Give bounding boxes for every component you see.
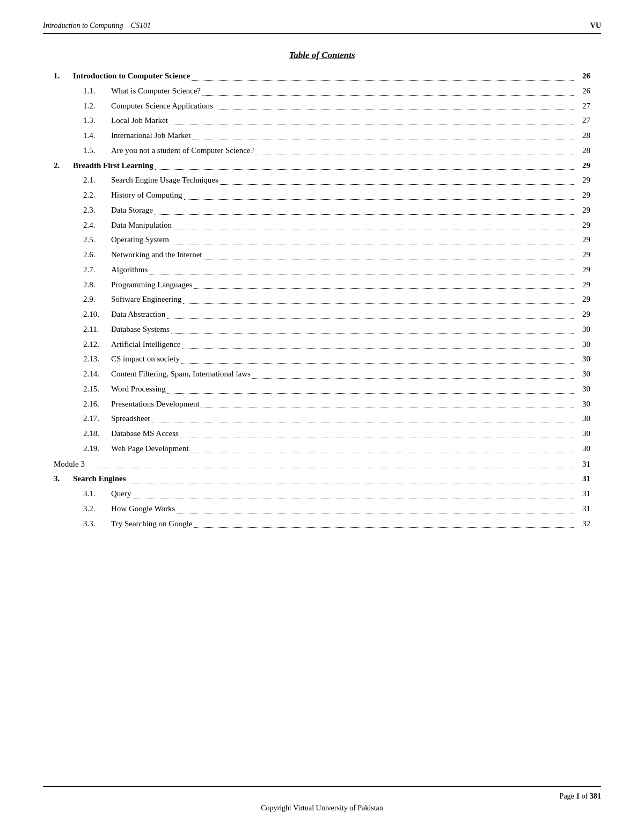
toc-text: Operating System — [111, 233, 169, 246]
toc-page: 29 — [575, 293, 590, 306]
footer-of-label: of — [582, 792, 590, 800]
toc-num: 2.13. — [83, 352, 111, 366]
toc-page: 29 — [575, 248, 590, 262]
toc-page: 30 — [575, 442, 590, 455]
toc-dots — [182, 348, 574, 349]
toc-page: 29 — [575, 188, 590, 202]
toc-num: 2.8. — [83, 278, 111, 292]
footer-page-label: Page — [560, 792, 574, 800]
toc-text: Spreadsheet — [111, 412, 150, 425]
toc-page: 30 — [575, 323, 590, 336]
toc-page: 29 — [575, 278, 590, 292]
toc-text: Breadth First Learning — [73, 159, 153, 172]
toc-dots — [98, 468, 574, 468]
toc-num: 2.5. — [83, 233, 111, 246]
toc-num: 2.9. — [83, 293, 111, 306]
toc-entry: 2.3. Data Storage29 — [54, 204, 590, 217]
toc-page: 30 — [575, 412, 590, 425]
toc-text: Database MS Access — [111, 427, 179, 440]
footer-current-page: 1 — [576, 792, 580, 800]
toc-num: 2.4. — [83, 219, 111, 232]
toc-dots — [191, 453, 574, 453]
toc-page: 30 — [575, 382, 590, 396]
toc-text: Data Storage — [111, 204, 153, 217]
toc-entry: 1.4. International Job Market28 — [54, 129, 590, 142]
toc-entry: 2.13. CS impact on society30 — [54, 352, 590, 366]
toc-dots — [194, 288, 574, 289]
footer-line: Page 1 of 381 — [43, 786, 601, 801]
toc-text: Are you not a student of Computer Scienc… — [111, 144, 254, 157]
toc-dots — [171, 333, 574, 334]
toc-text: Algorithms — [111, 263, 148, 277]
toc-text: Try Searching on Google — [111, 517, 193, 531]
toc-page: 30 — [575, 338, 590, 351]
toc-text: Programming Languages — [111, 278, 192, 292]
toc-text: What is Computer Science? — [111, 84, 201, 98]
toc-num: 3. — [54, 472, 73, 485]
toc-dots — [149, 274, 574, 274]
toc-dots — [173, 229, 574, 229]
toc-text: Networking and the Internet — [111, 248, 202, 262]
toc-entry: 2.18. Database MS Access30 — [54, 427, 590, 440]
toc-page: 32 — [575, 517, 590, 531]
toc-page: 27 — [575, 99, 590, 113]
toc-entry: 2.6. Networking and the Internet29 — [54, 248, 590, 262]
toc-dots — [133, 498, 574, 498]
toc-text: Word Processing — [111, 382, 166, 396]
toc-num: 2.11. — [83, 323, 111, 336]
toc-dots — [167, 393, 574, 394]
toc-num: 3.3. — [83, 517, 111, 531]
toc-page: 31 — [575, 502, 590, 516]
toc-page: 29 — [575, 173, 590, 187]
toc-entry: 2. Breadth First Learning29 — [54, 159, 590, 172]
toc-text: Data Abstraction — [111, 308, 165, 321]
toc-entry: 2.9. Software Engineering29 — [54, 293, 590, 306]
toc-entry: 2.4. Data Manipulation29 — [54, 219, 590, 232]
toc-page: 28 — [575, 144, 590, 157]
toc-entry: 2.12. Artificial Intelligence30 — [54, 338, 590, 351]
toc-dots — [220, 184, 574, 185]
toc-num: 2.3. — [83, 204, 111, 217]
toc-num: Module 3 — [54, 458, 97, 471]
toc-text: Software Engineering — [111, 293, 181, 306]
toc-dots — [171, 244, 574, 244]
toc-text: Local Job Market — [111, 114, 168, 127]
page-footer: Page 1 of 381 Copyright Virtual Universi… — [43, 786, 601, 813]
toc-page: 28 — [575, 129, 590, 142]
toc-num: 2.2. — [83, 188, 111, 202]
toc-dots — [192, 80, 574, 81]
toc-text: Search Engine Usage Techniques — [111, 173, 218, 187]
toc-list: 1. Introduction to Computer Science261.1… — [54, 69, 590, 530]
toc-entry: 2.14. Content Filtering, Spam, Internati… — [54, 367, 590, 381]
toc-dots — [201, 408, 574, 408]
toc-page: 29 — [575, 233, 590, 246]
toc-entry: 2.10. Data Abstraction29 — [54, 308, 590, 321]
toc-text: Data Manipulation — [111, 219, 172, 232]
footer-page-number: Page 1 of 381 — [322, 792, 601, 801]
toc-heading: Table of Contents — [54, 50, 590, 61]
toc-entry: 1.2. Computer Science Applications27 — [54, 99, 590, 113]
footer-copyright: Copyright Virtual University of Pakistan — [43, 804, 601, 813]
toc-dots — [167, 318, 574, 319]
toc-num: 2.6. — [83, 248, 111, 262]
toc-page: 26 — [575, 84, 590, 98]
toc-page: 26 — [575, 69, 590, 83]
toc-text: Introduction to Computer Science — [73, 69, 190, 83]
toc-dots — [194, 527, 574, 528]
toc-text: Computer Science Applications — [111, 99, 213, 113]
toc-entry: 1.3. Local Job Market27 — [54, 114, 590, 127]
toc-num: 2. — [54, 159, 73, 172]
toc-num: 2.16. — [83, 397, 111, 411]
toc-num: 2.18. — [83, 427, 111, 440]
toc-num: 2.14. — [83, 367, 111, 381]
toc-entry: 1. Introduction to Computer Science26 — [54, 69, 590, 83]
toc-dots — [155, 169, 574, 170]
toc-page: 30 — [575, 367, 590, 381]
toc-num: 2.10. — [83, 308, 111, 321]
toc-text: International Job Market — [111, 129, 191, 142]
toc-entry: 1.1. What is Computer Science?26 — [54, 84, 590, 98]
toc-entry: 2.5. Operating System29 — [54, 233, 590, 246]
toc-num: 2.15. — [83, 382, 111, 396]
toc-page: 29 — [575, 263, 590, 277]
toc-dots — [180, 438, 574, 438]
